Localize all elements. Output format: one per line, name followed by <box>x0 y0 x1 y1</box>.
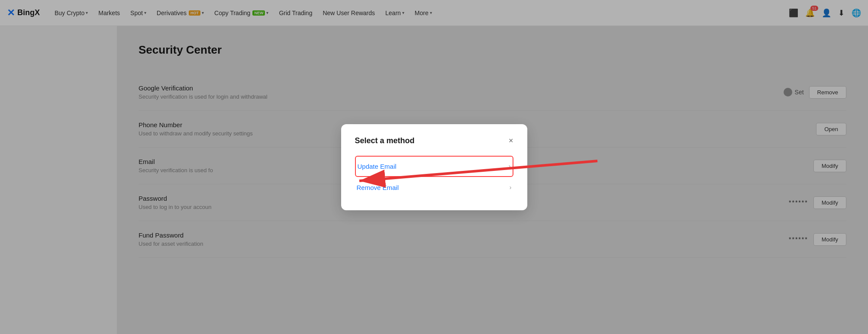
select-method-modal: Select a method × Update Email › Remove … <box>341 124 527 210</box>
remove-email-arrow-icon: › <box>510 184 512 191</box>
modal-close-button[interactable]: × <box>509 136 513 145</box>
update-email-option[interactable]: Update Email › <box>355 156 513 177</box>
update-email-arrow-icon: › <box>509 163 511 170</box>
remove-email-label: Remove Email <box>357 184 399 191</box>
modal-header: Select a method × <box>355 136 513 145</box>
modal-title: Select a method <box>355 136 415 145</box>
remove-email-option[interactable]: Remove Email › <box>355 177 513 198</box>
modal-overlay[interactable]: Select a method × Update Email › Remove … <box>0 0 868 334</box>
update-email-label: Update Email <box>358 163 397 170</box>
